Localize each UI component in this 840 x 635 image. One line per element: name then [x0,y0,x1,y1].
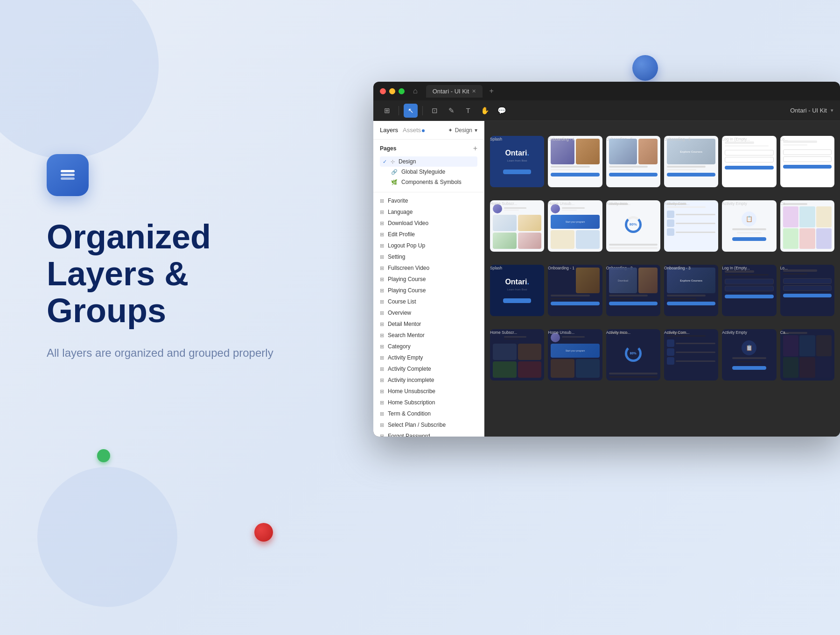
layer-item[interactable]: ⊞ Search Mentor [373,330,484,341]
move-tool-icon[interactable]: ↖ [404,104,418,118]
grid-icon: ⊞ [380,299,384,305]
page-icon: ⊹ [391,159,395,165]
layers-list: ⊞ Favorite ⊞ Language ⊞ Download Video ⊞… [373,192,484,437]
empty-btn [732,237,766,241]
screen-onboarding-5[interactable]: Onboarding - 5 [606,136,660,187]
text-tool-icon[interactable]: T [461,104,475,118]
layer-item[interactable]: ⊞ Category [373,341,484,352]
screen-category-dark[interactable]: Ca... [780,329,834,381]
layer-item[interactable]: ⊞ Activity incomplete [373,374,484,386]
frame-tool-icon[interactable]: ⊡ [427,104,441,118]
layer-item[interactable]: ⊞ Home Subscription [373,397,484,408]
layer-name: Logout Pop Up [388,242,425,249]
layer-item[interactable]: ⊞ Playing Course [373,285,484,296]
screen-label: Lo... [780,266,788,270]
close-button[interactable] [380,88,386,94]
layer-item[interactable]: ⊞ Language [373,206,484,218]
screen-activity-complete[interactable]: Activity Com... [664,200,718,252]
comment-tool-icon[interactable]: 💬 [495,104,509,118]
layer-name: Term & Condition [388,410,431,417]
layer-name: Select Plan / Subscribe [388,422,446,428]
page-label: Design [399,158,416,165]
login-dark-btn [725,295,773,298]
screen-onboarding-3-dark[interactable]: Onboarding - 3 Explore Courses [664,265,718,316]
layer-name: Playing Course [388,287,426,294]
grid-tool-icon[interactable]: ⊞ [380,104,394,118]
screen-onboarding-2-dark[interactable]: Onboarding - 2 Download [606,265,660,316]
screen-category[interactable]: Ca... [780,200,834,252]
screen-label: Log In (Empty... [722,137,749,141]
decorative-dot-red [254,523,273,542]
screen-extra-1[interactable]: Lo... [780,136,834,187]
screen-activity-complete-dark[interactable]: Activity Com... [664,329,718,381]
grid-icon: ⊞ [380,265,384,271]
screen-label: Activity Com... [664,330,689,335]
pen-tool-icon[interactable]: ✎ [444,104,458,118]
layer-item[interactable]: ⊞ Term & Condition [373,408,484,419]
assets-tab[interactable]: Assets [403,127,425,134]
screen-onboarding-6[interactable]: Onboarding - 6 Explore Courses [664,136,718,187]
left-content-section: Organized Layers & Groups All layers are… [47,154,289,361]
page-item-design[interactable]: ✓ ⊹ Design [380,156,477,167]
screen-extra-dark[interactable]: Lo... [780,265,834,316]
screen-home-subscription[interactable]: Home Subscr... [490,200,544,252]
layer-item[interactable]: ⊞ Edit Profile [373,229,484,240]
layer-item[interactable]: ⊞ Fullscreen Video [373,262,484,274]
screen-onboarding-4[interactable]: Onboarding - 4 [548,136,602,187]
grid-icon: ⊞ [380,198,384,204]
screen-home-unsub-dark[interactable]: Home Unsub... Start your program [548,329,602,381]
screen-activity-empty[interactable]: Activity Empty 📋 [722,200,776,252]
layers-tab[interactable]: Layers [380,127,398,134]
screen-label: Activity Com... [664,201,689,206]
maximize-button[interactable] [399,88,405,94]
screen-home-unsubscribe[interactable]: Home Unsub... Start your program [548,200,602,252]
svg-rect-0 [61,177,75,180]
tab-close-button[interactable]: ✕ [472,88,476,94]
layer-name: Search Mentor [388,332,425,339]
design-button[interactable]: ✦ Design ▾ [448,127,477,134]
layer-item[interactable]: ⊞ Logout Pop Up [373,240,484,251]
screen-home-sub-dark[interactable]: Home Subscr... [490,329,544,381]
add-page-button[interactable]: + [473,144,477,153]
layer-name: Language [388,209,413,215]
pages-section: Pages + ✓ ⊹ Design 🔗 Global Styleguide 🌿… [373,140,484,192]
extra-dark-btn [783,294,832,297]
screen-activity-incomplete-dark[interactable]: Activity Inco... 80% [606,329,660,381]
browser-window: ⌂ Ontari - UI Kit ✕ + ⊞ ↖ ⊡ ✎ T ✋ 💬 Onta… [373,82,840,437]
layer-item[interactable]: ⊞ Download Video [373,218,484,229]
layer-item[interactable]: ⊞ Detail Mentor [373,318,484,330]
browser-tab[interactable]: Ontari - UI Kit ✕ [426,85,483,98]
screen-activity-empty-dark[interactable]: Activity Empty 📋 [722,329,776,381]
layer-item[interactable]: ⊞ Home Unsubscribe [373,386,484,397]
grid-icon: ⊞ [380,388,384,395]
home-icon[interactable]: ⌂ [413,87,418,95]
layer-item[interactable]: ⊞ Favorite [373,195,484,206]
minimize-button[interactable] [389,88,395,94]
layer-item[interactable]: ⊞ Setting [373,251,484,262]
new-tab-button[interactable]: + [489,87,493,95]
layer-item[interactable]: ⊞ Playing Course [373,274,484,285]
layer-item[interactable]: ⊞ Course List [373,296,484,307]
hand-tool-icon[interactable]: ✋ [478,104,492,118]
layer-item[interactable]: ⊞ Activity Complete [373,363,484,374]
screen-login-dark[interactable]: Log In (Empty... [722,265,776,316]
layer-item[interactable]: ⊞ Activity Empty [373,352,484,363]
layer-name: Course List [388,298,416,305]
screen-activity-incomplete[interactable]: Activity Inco... 80% [606,200,660,252]
screen-login[interactable]: Log In (Empty... [722,136,776,187]
onboard-dark-btn-2 [609,302,658,305]
page-item-components[interactable]: 🌿 Components & Symbols [380,177,477,187]
bg-decoration-top-left [0,0,159,159]
screen-label: Log In (Empty... [722,266,749,270]
screen-splash-dark-1[interactable]: Splash Ontari. Learn from Best [490,265,544,316]
page-item-styleguide[interactable]: 🔗 Global Styleguide [380,167,477,177]
grid-icon: ⊞ [380,422,384,428]
svg-rect-2 [61,170,75,172]
layer-item[interactable]: ⊞ Overview [373,307,484,318]
screen-onboarding-1-dark[interactable]: Onboarding - 1 [548,265,602,316]
screen-splash-1[interactable]: Splash Ontari. Learn from Best [490,136,544,187]
screen-label: Activity Inco... [606,330,630,335]
layer-item[interactable]: ⊞ Forgot Password [373,430,484,437]
layer-item[interactable]: ⊞ Select Plan / Subscribe [373,419,484,430]
layer-name: Activity Empty [388,354,423,361]
